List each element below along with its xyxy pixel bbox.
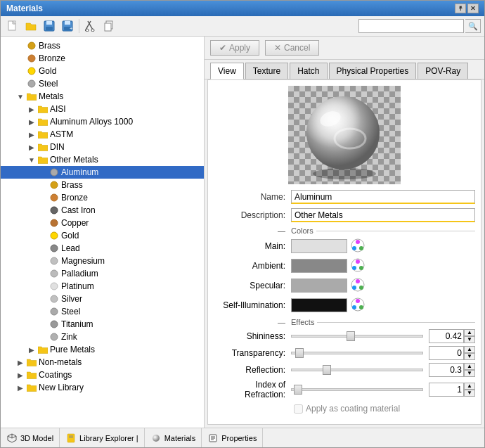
reflection-input[interactable] bbox=[429, 363, 464, 377]
tree-item-palladium[interactable]: Palladium bbox=[1, 267, 204, 280]
expand-aisi[interactable]: ▶ bbox=[26, 103, 37, 115]
color-ambient-picker[interactable] bbox=[350, 257, 367, 274]
shininess-track[interactable] bbox=[291, 335, 423, 338]
expand-pure-metals[interactable]: ▶ bbox=[26, 344, 37, 355]
expand-non-metals[interactable]: ▶ bbox=[15, 357, 26, 368]
transparency-track[interactable] bbox=[291, 352, 423, 354]
tree-item-pure-metals[interactable]: ▶ Pure Metals bbox=[1, 343, 204, 356]
svg-point-16 bbox=[28, 68, 35, 75]
cancel-button[interactable]: ✕ Cancel bbox=[265, 40, 319, 56]
status-library-explorer[interactable]: Library Explorer | bbox=[60, 428, 145, 447]
search-input[interactable] bbox=[358, 19, 464, 33]
tree-item-coatings[interactable]: ▶ Coatings bbox=[1, 369, 204, 381]
tree-item-non-metals[interactable]: ▶ Non-metals bbox=[1, 356, 204, 369]
color-selfillumin-swatch[interactable] bbox=[291, 298, 347, 312]
shininess-up[interactable]: ▲ bbox=[464, 329, 475, 336]
material-icon bbox=[48, 255, 60, 267]
search-button[interactable]: 🔍 bbox=[465, 19, 481, 33]
new-button[interactable] bbox=[4, 18, 21, 34]
open-button[interactable] bbox=[22, 18, 39, 34]
shininess-down[interactable]: ▼ bbox=[464, 336, 475, 343]
reflection-track[interactable] bbox=[291, 369, 423, 371]
ior-thumb[interactable] bbox=[294, 385, 302, 395]
transparency-up[interactable]: ▲ bbox=[464, 346, 475, 353]
color-main-picker[interactable] bbox=[350, 238, 367, 255]
tree-item-gold-root[interactable]: Gold bbox=[1, 65, 204, 77]
status-materials[interactable]: Materials bbox=[145, 428, 202, 447]
shininess-thumb[interactable] bbox=[347, 331, 355, 341]
shininess-input[interactable] bbox=[429, 329, 464, 343]
apply-button[interactable]: ✔ Apply bbox=[210, 40, 259, 56]
color-main-swatch[interactable] bbox=[291, 239, 347, 253]
description-input[interactable] bbox=[291, 208, 475, 222]
expand-aluminum-alloys[interactable]: ▶ bbox=[26, 116, 37, 127]
tree-item-bronze[interactable]: Bronze bbox=[1, 191, 204, 204]
color-selfillumin-picker[interactable] bbox=[350, 297, 367, 314]
coating-checkbox[interactable] bbox=[294, 404, 303, 414]
tree-item-brass[interactable]: Brass bbox=[1, 179, 204, 191]
save-button[interactable] bbox=[41, 18, 58, 34]
expand-astm[interactable]: ▶ bbox=[26, 129, 37, 140]
transparency-input[interactable] bbox=[429, 346, 464, 360]
transparency-thumb[interactable] bbox=[295, 348, 304, 358]
tree-item-aluminum[interactable]: Aluminum bbox=[1, 166, 204, 179]
expand-coatings[interactable]: ▶ bbox=[15, 369, 26, 380]
tree-item-aluminum-alloys[interactable]: ▶ Aluminum Alloys 1000 bbox=[1, 115, 204, 128]
tree-item-silver[interactable]: Silver bbox=[1, 293, 204, 305]
status-properties[interactable]: Properties bbox=[202, 428, 263, 447]
material-icon bbox=[48, 179, 60, 191]
tree-item-new-library[interactable]: ▶ New Library bbox=[1, 381, 204, 394]
tree-item-lead[interactable]: Lead bbox=[1, 242, 204, 255]
expand-metals[interactable]: ▼ bbox=[15, 91, 26, 102]
tree-item-gold[interactable]: Gold bbox=[1, 229, 204, 242]
tab-physical[interactable]: Physical Properties bbox=[329, 63, 417, 79]
tab-texture[interactable]: Texture bbox=[245, 63, 288, 79]
tree-item-aisi[interactable]: ▶ AISI bbox=[1, 103, 204, 115]
right-panel: ✔ Apply ✕ Cancel View Texture Hatch Phys… bbox=[205, 37, 484, 428]
tree-item-cast-iron[interactable]: Cast Iron bbox=[1, 204, 204, 217]
tree-item-other-metals[interactable]: ▼ Other Metals bbox=[1, 153, 204, 166]
tree-item-astm[interactable]: ▶ ASTM bbox=[1, 128, 204, 141]
tree-item-bronze-root[interactable]: Bronze bbox=[1, 52, 204, 65]
separator-1 bbox=[79, 19, 79, 33]
tree-item-steel-root[interactable]: Steel bbox=[1, 77, 204, 90]
expand-din[interactable]: ▶ bbox=[26, 141, 37, 153]
tree-item-zink[interactable]: Zink bbox=[1, 331, 204, 343]
expand-other-metals[interactable]: ▼ bbox=[26, 154, 37, 165]
tab-hatch[interactable]: Hatch bbox=[290, 63, 327, 79]
description-label: Description: bbox=[214, 210, 291, 220]
saveas-button[interactable]: + bbox=[59, 18, 76, 34]
tree-item-copper[interactable]: Copper bbox=[1, 217, 204, 229]
reflection-down[interactable]: ▼ bbox=[464, 370, 475, 377]
tree-item-metals[interactable]: ▼ Metals bbox=[1, 90, 204, 103]
tab-view[interactable]: View bbox=[210, 63, 244, 79]
reflection-thumb[interactable] bbox=[323, 365, 331, 375]
tree-item-brass-root[interactable]: Brass bbox=[1, 39, 204, 52]
svg-point-31 bbox=[51, 333, 58, 340]
tree-item-din[interactable]: ▶ DIN bbox=[1, 141, 204, 153]
close-button[interactable]: ✕ bbox=[467, 4, 479, 13]
color-ambient-swatch[interactable] bbox=[291, 259, 347, 273]
transparency-down[interactable]: ▼ bbox=[464, 353, 475, 360]
color-specular-picker[interactable] bbox=[350, 277, 367, 294]
reflection-up[interactable]: ▲ bbox=[464, 363, 475, 370]
copy-button[interactable] bbox=[101, 18, 117, 34]
tree-label: Aluminum bbox=[60, 167, 98, 177]
ior-track[interactable] bbox=[291, 388, 423, 391]
svg-rect-3 bbox=[46, 27, 53, 30]
tree-item-platinum[interactable]: Platinum bbox=[1, 280, 204, 293]
ior-down[interactable]: ▼ bbox=[464, 390, 475, 397]
ior-up[interactable]: ▲ bbox=[464, 383, 475, 390]
colors-section-dash: — bbox=[214, 226, 291, 235]
ior-input[interactable] bbox=[429, 383, 464, 397]
tree-item-magnesium[interactable]: Magnesium bbox=[1, 255, 204, 267]
cut-button[interactable] bbox=[82, 18, 99, 34]
color-specular-swatch[interactable] bbox=[291, 279, 347, 293]
pin-button[interactable]: 🖈 bbox=[455, 4, 466, 13]
tree-item-titanium[interactable]: Titanium bbox=[1, 318, 204, 331]
expand-new-library[interactable]: ▶ bbox=[15, 382, 26, 393]
name-input[interactable] bbox=[291, 190, 475, 204]
tab-povray[interactable]: POV-Ray bbox=[418, 63, 468, 79]
status-3dmodel[interactable]: 3D Model bbox=[1, 428, 60, 447]
tree-item-steel[interactable]: Steel bbox=[1, 305, 204, 318]
